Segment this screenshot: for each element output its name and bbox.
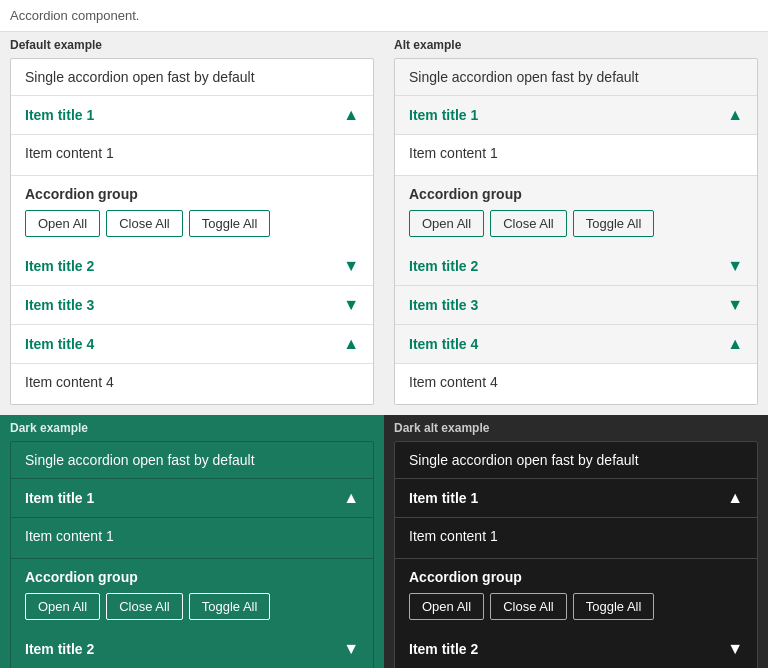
accordion-dark-alt-item-2-chevron-down: ▼ [727, 640, 743, 658]
section-alt-label: Alt example [394, 38, 758, 52]
accordion-default-item-3-title[interactable]: Item title 3 [25, 297, 94, 313]
accordion-dark-alt-item-1-content: Item content 1 [395, 517, 757, 558]
accordion-dark-alt-group-buttons: Open All Close All Toggle All [395, 589, 757, 630]
accordion-dark-item-2-title-row[interactable]: Item title 2 ▼ [11, 630, 373, 668]
accordion-default-item-1-chevron-up: ▲ [343, 106, 359, 124]
accordion-dark-item-1-title-row[interactable]: Item title 1 ▲ [11, 479, 373, 517]
accordion-alt-item-2-chevron-down: ▼ [727, 257, 743, 275]
accordion-alt-toggle-all-button[interactable]: Toggle All [573, 210, 655, 237]
accordion-alt-item-4-content: Item content 4 [395, 363, 757, 404]
accordion-alt-banner: Single accordion open fast by default [395, 59, 757, 96]
accordion-dark-group-label: Accordion group [11, 559, 373, 589]
accordion-dark-open-all-button[interactable]: Open All [25, 593, 100, 620]
accordion-default: Single accordion open fast by default It… [10, 58, 374, 405]
accordion-default-open-all-button[interactable]: Open All [25, 210, 100, 237]
accordion-dark-alt-open-all-button[interactable]: Open All [409, 593, 484, 620]
accordion-alt-item-2-title[interactable]: Item title 2 [409, 258, 478, 274]
accordion-alt-item-1-title-row[interactable]: Item title 1 ▲ [395, 96, 757, 134]
accordion-alt-item-4-chevron-up: ▲ [727, 335, 743, 353]
accordion-alt-item-4-title-row[interactable]: Item title 4 ▲ [395, 325, 757, 363]
accordion-default-toggle-all-button[interactable]: Toggle All [189, 210, 271, 237]
accordion-default-item-2-title[interactable]: Item title 2 [25, 258, 94, 274]
accordion-dark-alt-item-2: Item title 2 ▼ [395, 630, 757, 668]
accordion-default-item-3-chevron-down: ▼ [343, 296, 359, 314]
accordion-alt-item-4-title[interactable]: Item title 4 [409, 336, 478, 352]
section-dark: Dark example Single accordion open fast … [0, 415, 384, 668]
accordion-default-item-1: Item title 1 ▲ Item content 1 [11, 96, 373, 176]
section-alt: Alt example Single accordion open fast b… [384, 32, 768, 415]
page-description: Accordion component. [0, 0, 768, 32]
accordion-dark-item-1-title[interactable]: Item title 1 [25, 490, 94, 506]
accordion-default-item-1-content: Item content 1 [11, 134, 373, 175]
section-default-label: Default example [10, 38, 374, 52]
accordion-default-group-label: Accordion group [11, 176, 373, 206]
accordion-dark-item-1-chevron-up: ▲ [343, 489, 359, 507]
accordion-default-banner: Single accordion open fast by default [11, 59, 373, 96]
accordion-alt-item-1-title[interactable]: Item title 1 [409, 107, 478, 123]
section-default: Default example Single accordion open fa… [0, 32, 384, 415]
accordion-default-item-2-chevron-down: ▼ [343, 257, 359, 275]
accordion-dark-item-1: Item title 1 ▲ Item content 1 [11, 479, 373, 559]
accordion-alt: Single accordion open fast by default It… [394, 58, 758, 405]
accordion-dark-item-1-content: Item content 1 [11, 517, 373, 558]
section-dark-alt-label: Dark alt example [394, 421, 758, 435]
accordion-dark-alt: Single accordion open fast by default It… [394, 441, 758, 668]
accordion-alt-item-2-title-row[interactable]: Item title 2 ▼ [395, 247, 757, 285]
accordion-default-close-all-button[interactable]: Close All [106, 210, 183, 237]
accordion-dark-alt-item-2-title[interactable]: Item title 2 [409, 641, 478, 657]
accordion-default-item-4-chevron-up: ▲ [343, 335, 359, 353]
accordion-default-item-2: Item title 2 ▼ [11, 247, 373, 286]
accordion-alt-group-buttons: Open All Close All Toggle All [395, 206, 757, 247]
accordion-alt-item-3-chevron-down: ▼ [727, 296, 743, 314]
accordion-default-item-4: Item title 4 ▲ Item content 4 [11, 325, 373, 404]
accordion-dark-close-all-button[interactable]: Close All [106, 593, 183, 620]
accordion-alt-close-all-button[interactable]: Close All [490, 210, 567, 237]
accordion-dark-group-buttons: Open All Close All Toggle All [11, 589, 373, 630]
accordion-dark-alt-item-1-chevron-up: ▲ [727, 489, 743, 507]
accordion-alt-item-3: Item title 3 ▼ [395, 286, 757, 325]
accordion-default-item-1-title[interactable]: Item title 1 [25, 107, 94, 123]
accordion-dark-alt-group-label: Accordion group [395, 559, 757, 589]
accordion-default-item-4-title[interactable]: Item title 4 [25, 336, 94, 352]
accordion-alt-item-3-title-row[interactable]: Item title 3 ▼ [395, 286, 757, 324]
accordion-alt-item-1: Item title 1 ▲ Item content 1 [395, 96, 757, 176]
accordion-default-item-3: Item title 3 ▼ [11, 286, 373, 325]
accordion-dark-item-2-title[interactable]: Item title 2 [25, 641, 94, 657]
accordion-dark-alt-close-all-button[interactable]: Close All [490, 593, 567, 620]
accordion-alt-item-4: Item title 4 ▲ Item content 4 [395, 325, 757, 404]
accordion-dark-alt-item-1-title[interactable]: Item title 1 [409, 490, 478, 506]
accordion-default-item-1-title-row[interactable]: Item title 1 ▲ [11, 96, 373, 134]
accordion-default-item-4-content: Item content 4 [11, 363, 373, 404]
accordion-default-item-3-title-row[interactable]: Item title 3 ▼ [11, 286, 373, 324]
accordion-dark-item-2-chevron-down: ▼ [343, 640, 359, 658]
accordion-dark: Single accordion open fast by default It… [10, 441, 374, 668]
accordion-alt-item-2: Item title 2 ▼ [395, 247, 757, 286]
section-dark-alt: Dark alt example Single accordion open f… [384, 415, 768, 668]
accordion-dark-alt-toggle-all-button[interactable]: Toggle All [573, 593, 655, 620]
section-dark-label: Dark example [10, 421, 374, 435]
accordion-dark-toggle-all-button[interactable]: Toggle All [189, 593, 271, 620]
accordion-default-group-buttons: Open All Close All Toggle All [11, 206, 373, 247]
main-grid: Default example Single accordion open fa… [0, 32, 768, 668]
accordion-alt-group-label: Accordion group [395, 176, 757, 206]
accordion-alt-open-all-button[interactable]: Open All [409, 210, 484, 237]
accordion-dark-alt-item-1: Item title 1 ▲ Item content 1 [395, 479, 757, 559]
accordion-dark-alt-item-1-title-row[interactable]: Item title 1 ▲ [395, 479, 757, 517]
accordion-default-item-2-title-row[interactable]: Item title 2 ▼ [11, 247, 373, 285]
accordion-dark-banner: Single accordion open fast by default [11, 442, 373, 479]
accordion-alt-item-1-content: Item content 1 [395, 134, 757, 175]
accordion-alt-item-1-chevron-up: ▲ [727, 106, 743, 124]
accordion-alt-item-3-title[interactable]: Item title 3 [409, 297, 478, 313]
accordion-default-item-4-title-row[interactable]: Item title 4 ▲ [11, 325, 373, 363]
accordion-dark-item-2: Item title 2 ▼ [11, 630, 373, 668]
accordion-dark-alt-item-2-title-row[interactable]: Item title 2 ▼ [395, 630, 757, 668]
accordion-dark-alt-banner: Single accordion open fast by default [395, 442, 757, 479]
